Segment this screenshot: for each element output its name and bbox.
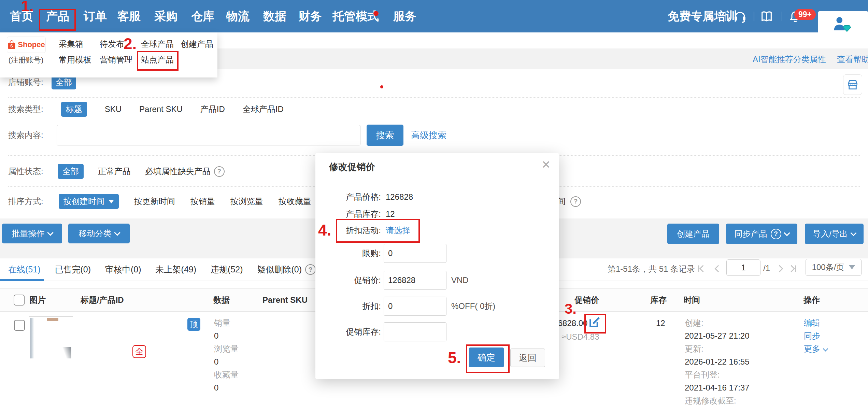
sort-by-favorites[interactable]: 按收藏量	[279, 196, 311, 207]
page-number-input[interactable]	[726, 259, 760, 276]
nav-item-service[interactable]: 客服	[117, 0, 141, 32]
edit-action-link[interactable]: 编辑	[804, 316, 827, 329]
modal-title: 修改促销价	[329, 161, 375, 173]
back-button[interactable]: 返回	[510, 349, 545, 367]
chevron-down-icon	[850, 230, 856, 236]
tab-online[interactable]: 在线(51)	[8, 264, 40, 275]
search-type-title[interactable]: 标题	[61, 102, 87, 117]
more-action-link[interactable]: 更多	[804, 342, 827, 355]
attribute-normal[interactable]: 正常产品	[98, 166, 131, 177]
sync-product-button[interactable]: 同步产品 ?	[726, 224, 797, 244]
free-training-link[interactable]: 免费专属培训	[668, 0, 737, 32]
headset-icon[interactable]	[733, 10, 747, 23]
first-page-button[interactable]	[696, 264, 707, 274]
menu-common-template[interactable]: 常用模板	[59, 53, 91, 67]
menu-marketing[interactable]: 营销管理	[100, 53, 132, 67]
header-data: 数据	[213, 289, 230, 311]
menu-create-product[interactable]: 创建产品	[181, 37, 213, 51]
help-icon[interactable]: ?	[305, 264, 316, 275]
menu-global-product[interactable]: 全球产品	[141, 37, 174, 51]
help-icon[interactable]: ?	[214, 166, 225, 177]
shopee-bag-icon: S	[8, 40, 16, 49]
attribute-all-button[interactable]: 全部	[58, 164, 84, 179]
tab-in-review[interactable]: 审核中(0)	[105, 264, 141, 275]
attribute-status-row: 属性状态: 全部 正常产品 必填属性缺失产品 ?	[8, 163, 225, 180]
create-product-button[interactable]: 创建产品	[667, 224, 719, 244]
promo-stock-input[interactable]	[384, 322, 446, 341]
modal-discount-row: 折扣: %OFF( 0折)	[315, 296, 559, 316]
header-time: 时间	[684, 289, 700, 311]
help-icon[interactable]: ?	[570, 196, 581, 207]
nav-item-data[interactable]: 数据	[263, 0, 286, 32]
nav-item-warehouse[interactable]: 仓库	[191, 0, 214, 32]
actions-cell: 编辑 同步 更多	[804, 316, 827, 355]
sort-by-create-time[interactable]: 按创建时间	[59, 194, 119, 209]
tab-sold-out[interactable]: 已售完(0)	[55, 264, 91, 275]
annotation-dot-content	[380, 85, 383, 88]
sync-product-label: 同步产品	[735, 228, 767, 239]
menu-collect-box[interactable]: 采集箱	[59, 37, 83, 51]
sync-action-link[interactable]: 同步	[804, 329, 827, 342]
chevron-down-icon	[784, 230, 790, 236]
annotation-1: 1.	[21, 0, 34, 14]
book-icon[interactable]	[760, 10, 773, 23]
search-type-global-id[interactable]: 全球产品ID	[243, 104, 284, 115]
nav-item-logistics[interactable]: 物流	[226, 0, 250, 32]
sort-by-sales[interactable]: 按销量	[190, 196, 215, 207]
next-page-button[interactable]	[775, 264, 786, 274]
modal-price-value: 126828	[386, 192, 413, 202]
tab-violation[interactable]: 违规(52)	[211, 264, 243, 275]
header-stock: 库存	[650, 289, 667, 311]
tab-not-listed[interactable]: 未上架(49)	[156, 264, 196, 275]
nav-item-services[interactable]: 服务	[393, 0, 416, 32]
attribute-missing[interactable]: 必填属性缺失产品 ?	[145, 166, 225, 177]
shop-account-label: 店铺账号:	[8, 77, 43, 88]
sort-label: 排序方式:	[8, 196, 43, 207]
modal-promo-stock-row: 促销库存:	[315, 322, 559, 342]
move-category-button[interactable]: 移动分类	[68, 224, 130, 243]
more-action-label: 更多	[804, 344, 820, 353]
tab-suspected-deleted-label: 疑似删除(0)	[257, 264, 302, 275]
discount-input[interactable]	[384, 297, 446, 316]
row-checkbox[interactable]	[14, 320, 25, 331]
time-listed-label: 平台刊登:	[685, 368, 750, 381]
search-type-sku[interactable]: SKU	[105, 104, 122, 114]
sort-by-update-time[interactable]: 按更新时间	[134, 196, 175, 207]
annotation-frame-1	[39, 9, 76, 31]
nav-item-purchase[interactable]: 采购	[154, 0, 177, 32]
view-help-link[interactable]: 查看帮助	[837, 54, 868, 65]
select-all-checkbox[interactable]	[14, 295, 25, 306]
advanced-search-link[interactable]: 高级搜索	[411, 129, 446, 141]
ai-category-link[interactable]: AI智能推荐分类属性	[753, 54, 826, 65]
notification-badge: 99+	[794, 9, 816, 20]
tab-suspected-deleted[interactable]: 疑似删除(0) ?	[257, 264, 316, 275]
prev-page-button[interactable]	[712, 264, 722, 274]
purchase-limit-input[interactable]	[384, 244, 446, 263]
promo-price-input[interactable]	[384, 271, 446, 290]
menu-to-publish[interactable]: 待发布	[100, 37, 124, 51]
search-content-row: 搜索内容: 搜索 高级搜索	[8, 124, 446, 146]
nav-item-finance[interactable]: 财务	[299, 0, 322, 32]
sort-by-views[interactable]: 按浏览量	[230, 196, 263, 207]
close-icon[interactable]: ×	[542, 157, 550, 172]
header-title-id: 标题/产品ID	[81, 289, 124, 311]
user-avatar[interactable]	[818, 11, 868, 38]
page-size-select[interactable]: 100条/页	[806, 259, 862, 276]
nav-item-orders[interactable]: 订单	[84, 0, 107, 32]
last-page-button[interactable]	[788, 264, 798, 274]
time-created-label: 创建:	[685, 316, 750, 329]
nav-item-hosting[interactable]: 托管模式	[332, 0, 379, 32]
stats-cell: 销量 0 浏览量 0 收藏量 0	[214, 316, 239, 394]
import-export-button[interactable]: 导入/导出	[805, 224, 864, 244]
modal-stock-label: 产品库存:	[315, 209, 381, 219]
shop-filter-button[interactable]	[843, 74, 862, 95]
search-type-parent-sku[interactable]: Parent SKU	[139, 104, 183, 114]
search-input[interactable]	[57, 125, 360, 145]
divider	[782, 12, 782, 21]
search-button[interactable]: 搜索	[367, 125, 403, 146]
search-type-product-id[interactable]: 产品ID	[200, 104, 225, 115]
batch-operation-button[interactable]: 批量操作	[2, 224, 62, 243]
header-image: 图片	[29, 289, 46, 311]
divider	[754, 12, 754, 21]
product-image[interactable]	[29, 316, 73, 360]
